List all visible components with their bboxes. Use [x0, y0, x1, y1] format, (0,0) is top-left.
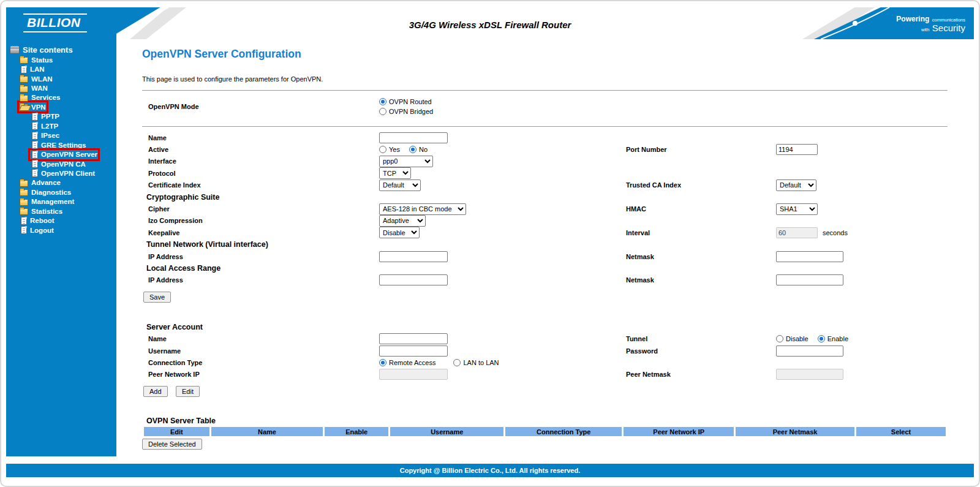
sidebar-item-wlan[interactable]: WLAN — [9, 74, 116, 83]
trusted-ca-index-select[interactable]: Default — [776, 179, 816, 191]
trusted-ca-index-label: Trusted CA Index — [620, 181, 776, 189]
table-header-edit: Edit — [144, 427, 209, 436]
sidebar-item-label: LAN — [30, 66, 45, 73]
sidebar-item-diagnostics[interactable]: Diagnostics — [9, 187, 116, 197]
sidebar-item-statistics[interactable]: Statistics — [9, 206, 116, 216]
remote-access-label: Remote Access — [389, 359, 435, 366]
local-netmask-input[interactable] — [776, 274, 843, 285]
table-header-peer-netmask: Peer Netmask — [736, 427, 854, 436]
doc-icon — [21, 217, 27, 225]
name-row: Name — [142, 132, 948, 143]
ovpn-bridged-radio[interactable] — [379, 108, 386, 115]
doc-icon — [21, 226, 27, 234]
lan-to-lan-radio[interactable] — [453, 359, 461, 366]
sidebar-item-pptp[interactable]: PPTP — [9, 112, 116, 121]
table-header-connection-type: Connection Type — [505, 427, 622, 436]
tunnel-netmask-label: Netmask — [620, 253, 776, 260]
sidebar-item-lan[interactable]: LAN — [9, 64, 116, 74]
sidebar-item-gre-settings[interactable]: GRE Settings — [9, 140, 116, 149]
sidebar-tree: Site contents StatusLANWLANWANServicesVP… — [9, 44, 116, 235]
active-label: Active — [142, 146, 379, 153]
sidebar-item-label: Statistics — [31, 208, 62, 215]
peer-network-ip-input — [379, 369, 448, 380]
tunnel-ip-input[interactable] — [379, 251, 448, 262]
account-name-label: Name — [142, 335, 379, 342]
izo-compression-select[interactable]: Adaptive — [379, 215, 426, 227]
table-header-enable: Enable — [325, 427, 388, 436]
interface-row: Interface ppp0 — [142, 156, 948, 167]
sidebar-item-vpn[interactable]: VPN — [9, 102, 116, 111]
sidebar-item-label: IPsec — [41, 132, 59, 139]
active-no-radio[interactable] — [409, 146, 417, 153]
connection-type-row: Connection Type Remote Access LAN to LAN — [142, 357, 948, 368]
sidebar-item-services[interactable]: Services — [9, 93, 116, 102]
product-title: 3G/4G Wireless xDSL Firewall Router — [6, 20, 974, 30]
protocol-label: Protocol — [142, 170, 379, 177]
table-header-row: EditNameEnableUsernameConnection TypePee… — [144, 427, 946, 436]
tagline-with: with — [921, 27, 929, 32]
save-button[interactable]: Save — [143, 292, 171, 303]
sidebar-item-label: OpenVPN Server — [41, 151, 97, 158]
username-row: Username Password — [142, 345, 948, 357]
ovpn-server-table: EditNameEnableUsernameConnection TypePee… — [142, 427, 948, 436]
folder-icon — [20, 95, 28, 102]
name-input[interactable] — [379, 132, 448, 143]
tunnel-disable-radio[interactable] — [776, 335, 783, 342]
browser-page: BILLION 3G/4G Wireless xDSL Firewall Rou… — [0, 0, 980, 487]
peer-netmask-input — [776, 369, 843, 380]
sidebar-item-reboot[interactable]: Reboot — [9, 216, 116, 225]
port-number-input[interactable] — [776, 144, 818, 155]
local-ip-input[interactable] — [379, 274, 448, 285]
sidebar-item-status[interactable]: Status — [9, 55, 116, 64]
izo-compression-label: Izo Compression — [142, 217, 379, 224]
ovpn-routed-radio[interactable] — [379, 98, 386, 105]
protocol-row: Protocol TCP — [142, 167, 948, 179]
sidebar-item-l2tp[interactable]: L2TP — [9, 121, 116, 130]
doc-icon — [32, 113, 38, 121]
port-number-label: Port Number — [620, 146, 776, 153]
tagline-powering: Powering — [896, 15, 929, 23]
sidebar-item-ipsec[interactable]: IPsec — [9, 131, 116, 140]
tagline-communications: communications — [932, 17, 965, 23]
sidebar-item-openvpn-ca[interactable]: OpenVPN CA — [9, 159, 116, 168]
interval-label: Interval — [620, 229, 776, 236]
sidebar-item-openvpn-client[interactable]: OpenVPN Client — [9, 168, 116, 178]
username-input[interactable] — [379, 345, 448, 357]
folder-icon — [20, 86, 28, 92]
tunnel-enable-radio[interactable] — [818, 335, 825, 342]
sidebar-item-label: Services — [31, 94, 60, 101]
sidebar-item-management[interactable]: Management — [9, 197, 116, 206]
delete-selected-button[interactable]: Delete Selected — [142, 439, 202, 450]
cipher-select[interactable]: AES-128 in CBC mode — [379, 203, 466, 215]
tunnel-netmask-input[interactable] — [776, 251, 843, 262]
footer-copyright: Copyright @ Billion Electric Co., Ltd. A… — [6, 464, 974, 477]
keepalive-select[interactable]: Disable — [379, 227, 420, 238]
sidebar-item-logout[interactable]: Logout — [9, 225, 116, 235]
interval-input — [776, 227, 818, 238]
protocol-select[interactable]: TCP — [379, 167, 411, 179]
sidebar-item-wan[interactable]: WAN — [9, 83, 116, 92]
add-button[interactable]: Add — [143, 386, 168, 397]
izo-compression-row: Izo Compression Adaptive — [142, 215, 948, 227]
certificate-index-select[interactable]: Default — [379, 179, 421, 191]
active-yes-label: Yes — [389, 146, 400, 153]
hmac-select[interactable]: SHA1 — [776, 203, 818, 215]
password-input[interactable] — [776, 345, 843, 357]
doc-icon — [32, 169, 38, 177]
remote-access-radio[interactable] — [379, 359, 386, 366]
interface-select[interactable]: ppp0 — [379, 156, 433, 167]
tunnel-network-heading: Tunnel Network (Virtual interface) — [142, 239, 948, 251]
sidebar-root[interactable]: Site contents — [9, 44, 116, 55]
tunnel-enable-label: Enable — [827, 335, 848, 342]
doc-icon — [32, 160, 38, 168]
sidebar-root-label: Site contents — [23, 45, 73, 55]
peer-network-ip-row: Peer Network IP Peer Netmask — [142, 369, 948, 380]
edit-button[interactable]: Edit — [176, 386, 200, 397]
sidebar-item-advance[interactable]: Advance — [9, 178, 116, 187]
account-name-input[interactable] — [379, 333, 448, 344]
site-contents-icon — [10, 48, 20, 54]
keepalive-label: Keepalive — [142, 229, 379, 236]
local-netmask-label: Netmask — [620, 276, 776, 284]
sidebar-item-openvpn-server[interactable]: OpenVPN Server — [9, 149, 116, 159]
active-yes-radio[interactable] — [379, 146, 386, 153]
